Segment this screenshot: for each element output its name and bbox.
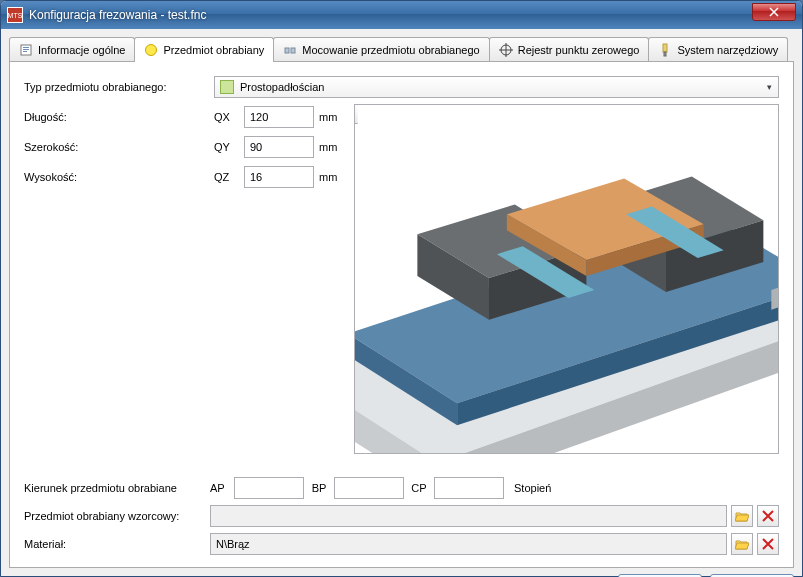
width-unit: mm — [319, 141, 347, 153]
tab-label: Przedmiot obrabiany — [163, 44, 264, 56]
tab-label: Mocowanie przedmiotu obrabianego — [302, 44, 479, 56]
tab-label: Rejestr punktu zerowego — [518, 44, 640, 56]
template-label: Przedmiot obrabiany wzorcowy: — [24, 510, 210, 522]
width-label: Szerokość: — [24, 141, 214, 153]
svg-rect-1 — [23, 47, 29, 48]
folder-open-icon — [735, 509, 749, 523]
x-icon — [761, 509, 775, 523]
crosshair-icon — [499, 43, 513, 57]
tab-clamping[interactable]: Mocowanie przedmiotu obrabianego — [273, 37, 489, 61]
length-input[interactable] — [244, 106, 314, 128]
close-icon — [769, 7, 779, 17]
svg-rect-5 — [285, 48, 289, 53]
workpiece-icon — [144, 43, 158, 57]
material-clear-button[interactable] — [757, 533, 779, 555]
width-code: QY — [214, 141, 244, 153]
height-input[interactable] — [244, 166, 314, 188]
svg-rect-6 — [291, 48, 295, 53]
length-code: QX — [214, 111, 244, 123]
material-label: Materiał: — [24, 538, 210, 550]
material-input[interactable]: N\Brąz — [210, 533, 727, 555]
x-icon — [761, 537, 775, 551]
dialog-window: MTS Konfiguracja frezowania - test.fnc I… — [0, 0, 803, 577]
app-icon: MTS — [7, 7, 23, 23]
direction-label: Kierunek przedmiotu obrabiane — [24, 482, 210, 494]
folder-open-icon — [735, 537, 749, 551]
tab-zero-register[interactable]: Rejestr punktu zerowego — [489, 37, 650, 61]
svg-rect-3 — [23, 51, 27, 52]
tab-panel-workpiece: Typ przedmiotu obrabianego: Prostopadłoś… — [9, 61, 794, 568]
workpiece-type-dropdown[interactable]: Prostopadłościan — [214, 76, 779, 98]
tab-workpiece[interactable]: Przedmiot obrabiany — [134, 37, 274, 62]
ap-input[interactable] — [234, 477, 304, 499]
svg-point-4 — [146, 45, 157, 56]
window-title: Konfiguracja frezowania - test.fnc — [29, 8, 206, 22]
length-unit: mm — [319, 111, 347, 123]
ap-label: AP — [210, 482, 234, 494]
tabset: Informacje ogólne Przedmiot obrabiany Mo… — [9, 37, 794, 568]
width-input[interactable] — [244, 136, 314, 158]
template-clear-button[interactable] — [757, 505, 779, 527]
tab-label: Informacje ogólne — [38, 44, 125, 56]
template-input[interactable] — [210, 505, 727, 527]
info-icon — [19, 43, 33, 57]
bp-input[interactable] — [334, 477, 404, 499]
tab-tooling[interactable]: System narzędziowy — [648, 37, 788, 61]
button-bar: OK Anuluj — [9, 568, 794, 577]
clamping-icon — [283, 43, 297, 57]
length-label: Długość: — [24, 111, 214, 123]
workpiece-type-label: Typ przedmiotu obrabianego: — [24, 81, 214, 93]
svg-rect-8 — [663, 44, 667, 52]
titlebar: MTS Konfiguracja frezowania - test.fnc — [1, 1, 802, 29]
close-button[interactable] — [752, 3, 796, 21]
preview-3d: ▾ — [354, 104, 779, 454]
tabs: Informacje ogólne Przedmiot obrabiany Mo… — [9, 37, 794, 61]
height-label: Wysokość: — [24, 171, 214, 183]
preview-stage — [355, 105, 778, 453]
svg-rect-9 — [664, 52, 666, 56]
tab-label: System narzędziowy — [677, 44, 778, 56]
workpiece-type-value: Prostopadłościan — [240, 81, 324, 93]
cp-input[interactable] — [434, 477, 504, 499]
height-code: QZ — [214, 171, 244, 183]
height-unit: mm — [319, 171, 347, 183]
svg-rect-2 — [23, 49, 29, 50]
cp-label: CP — [404, 482, 434, 494]
degree-label: Stopień — [514, 482, 551, 494]
template-browse-button[interactable] — [731, 505, 753, 527]
tool-icon — [658, 43, 672, 57]
material-browse-button[interactable] — [731, 533, 753, 555]
body-area: Informacje ogólne Przedmiot obrabiany Mo… — [1, 29, 802, 576]
tab-general-info[interactable]: Informacje ogólne — [9, 37, 135, 61]
bp-label: BP — [304, 482, 334, 494]
cuboid-icon — [220, 80, 234, 94]
